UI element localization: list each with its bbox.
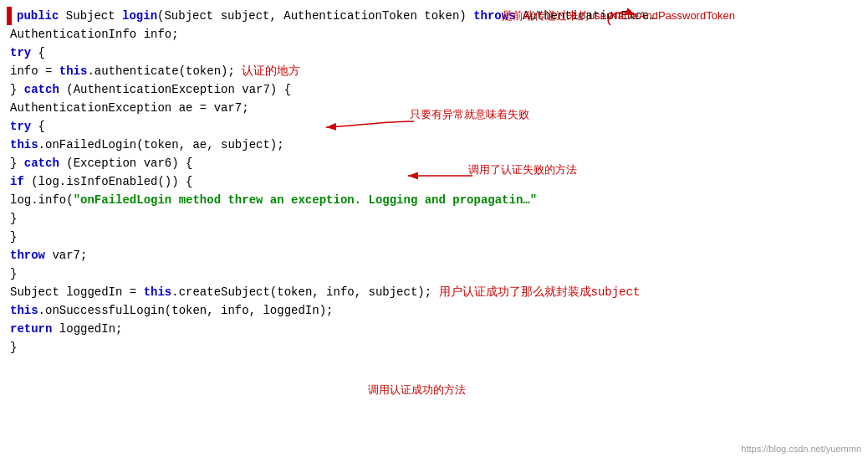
code-line-13: } [7,209,868,228]
token-plain: AuthenticationException ae = var7; [10,101,249,115]
code-line-11: if (log.isInfoEnabled()) { [7,172,868,191]
code-line-2: AuthenticationInfo info; [7,25,868,44]
token-plain: AuthenticationInfo info; [10,28,179,41]
token-plain: .onSuccessfulLogin(token, info, loggedIn… [38,304,334,317]
token-plain: .authenticate(token); [87,64,242,78]
token-kw: catch [24,83,59,96]
code-line-14: } [7,228,868,246]
token-plain: var7; [45,249,87,262]
code-line-21: return loggedIn; [7,320,868,338]
token-kw: return [10,322,52,336]
token-plain: AuthenticationExce… [516,9,656,23]
code-line-12: log.info("onFailedLogin method threw an … [7,191,868,209]
code-line-17: } [7,264,868,283]
token-kw: try [10,46,31,59]
code-line-5: } catch (AuthenticationException var7) { [7,80,868,99]
token-plain: (Subject subject, AuthenticationToken to… [157,9,473,23]
token-kw: this [144,285,172,299]
token-plain: .createSubject(token, info, subject); [171,285,438,299]
code-line-16: throw var7; [7,246,868,264]
token-kw: throws [473,9,515,23]
token-plain: } [10,341,17,354]
token-plain: } [10,157,24,170]
code-line-19: Subject loggedIn = this.createSubject(to… [7,283,868,301]
code-line-20: this.onSuccessfulLogin(token, info, logg… [7,301,868,320]
token-kw: this [59,64,88,78]
token-kw: public [17,9,59,23]
token-kw: login [122,9,157,23]
annotation-4: 调用认证成功的方法 [368,383,466,398]
token-plain: { [31,120,45,133]
code-line-6: AuthenticationException ae = var7; [7,99,868,117]
watermark: https://blog.csdn.net/yuemmn [741,444,861,454]
token-plain: } [10,83,24,96]
code-line-8: try { [7,117,868,136]
token-plain: Subject [59,9,122,23]
token-kw: try [10,120,31,133]
token-str: "onFailedLogin method threw an exception… [74,193,538,207]
token-plain: } [10,230,17,244]
token-kw: this [10,304,38,317]
token-plain: (Exception var6) { [59,157,193,170]
code-line-4: info = this.authenticate(token); 认证的地方 [7,62,868,80]
code-line-9: this.onFailedLogin(token, ae, subject); [7,136,868,154]
code-line-22: } [7,338,868,357]
token-plain: { [31,46,45,59]
token-kw: throw [10,249,45,262]
code-line-10: } catch (Exception var6) { [7,154,868,172]
token-plain: loggedIn; [52,322,122,336]
token-plain: (AuthenticationException var7) { [59,83,291,96]
token-comment-red: 认证的地方 [242,64,300,78]
code-line-3: try { [7,44,868,62]
token-comment-red: 用户认证成功了那么就封装成subject [439,285,641,299]
token-plain: } [10,212,17,225]
code-line-1: public Subject login(Subject subject, Au… [7,7,868,25]
code-container: public Subject login(Subject subject, Au… [0,0,868,457]
token-plain: .onFailedLogin(token, ae, subject); [38,138,284,151]
token-kw: this [10,138,38,151]
token-plain: (log.isInfoEnabled()) { [24,175,193,188]
token-plain: } [10,267,17,280]
token-plain: log.info( [10,193,74,207]
token-plain: Subject loggedIn = [10,285,144,299]
token-kw: if [10,175,24,188]
token-plain: info = [10,64,59,78]
token-kw: catch [24,157,59,170]
